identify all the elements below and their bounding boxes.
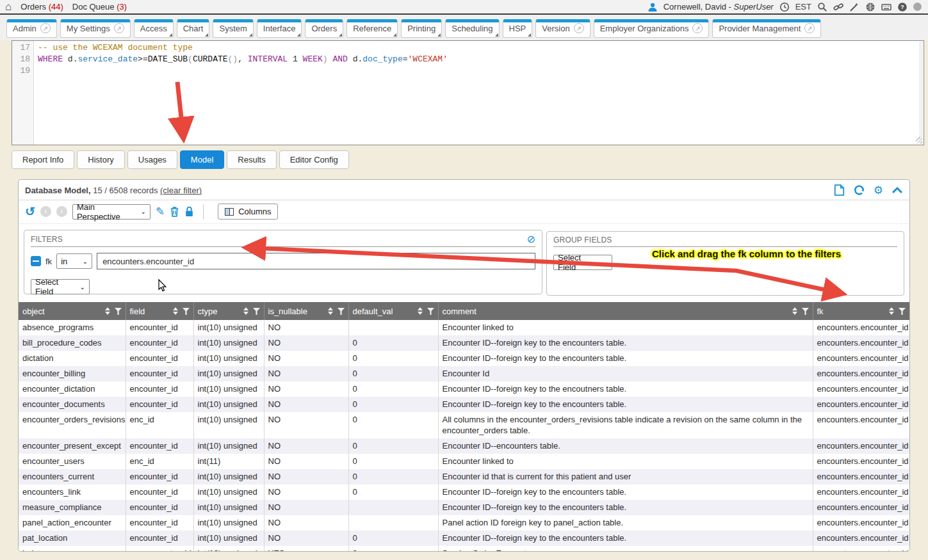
search-icon[interactable] [817, 2, 827, 12]
doc-queue-label: Doc Queue [72, 2, 115, 12]
topbar-link-doc-queue[interactable]: Doc Queue (3) [72, 2, 127, 12]
filter-funnel-icon[interactable] [115, 308, 122, 315]
column-header-ctype[interactable]: ctype [193, 302, 264, 320]
filter-operator-select[interactable]: in⌄ [56, 253, 92, 269]
tab-menu-corner-icon [495, 33, 498, 36]
refresh-icon[interactable] [853, 184, 865, 196]
editor-scrollbar[interactable] [919, 42, 923, 144]
cell-object: measure_compliance [19, 500, 126, 515]
clock-icon[interactable] [779, 2, 790, 12]
tab-editor-config[interactable]: Editor Config [279, 150, 349, 169]
lock-icon[interactable] [184, 206, 194, 217]
prev-perspective-icon[interactable]: ‹ [40, 206, 51, 217]
columns-button[interactable]: Columns [218, 204, 278, 220]
nav-tab-admin[interactable]: Admin ↗ [6, 19, 57, 38]
table-row[interactable]: measure_complianceencounter_idint(10) un… [19, 500, 909, 515]
sql-editor[interactable]: 171819 -- use the WCEXAM document typeWH… [12, 40, 924, 145]
cell-default_val: 0 [348, 484, 438, 500]
column-header-field[interactable]: field [126, 302, 193, 320]
home-icon[interactable]: ⌂ [5, 1, 12, 12]
column-header-fk[interactable]: fk [813, 302, 909, 320]
sort-icon[interactable] [792, 307, 797, 315]
nav-tab-reference[interactable]: Reference [346, 19, 398, 38]
column-header-default_val[interactable]: default_val [348, 302, 438, 320]
tab-usages[interactable]: Usages [127, 150, 177, 169]
table-row[interactable]: absence_programsencounter_idint(10) unsi… [19, 320, 909, 335]
table-row[interactable]: encounter_documentsencounter_idint(10) u… [19, 397, 909, 412]
nav-tab-system[interactable]: System [213, 19, 253, 38]
filter-funnel-icon[interactable] [338, 308, 345, 315]
nav-tab-orders[interactable]: Orders [305, 19, 343, 38]
resize-grip-icon[interactable] [916, 137, 922, 143]
table-row[interactable]: encounter_orders_revisionsenc_idint(10) … [19, 412, 909, 438]
nav-tab-my-settings[interactable]: My Settings ↗ [60, 19, 131, 38]
user-name[interactable]: Cornewell, David - SuperUser [663, 2, 774, 12]
filter-funnel-icon[interactable] [253, 308, 260, 315]
table-row[interactable]: encounter_billingencounter_idint(10) uns… [19, 366, 909, 381]
wand-icon[interactable] [849, 2, 859, 12]
gear-icon[interactable]: ⚙ [874, 185, 883, 196]
filter-funnel-icon[interactable] [802, 308, 809, 315]
tab-model[interactable]: Model [180, 150, 224, 169]
record-count: 15 / 6508 records [93, 186, 158, 195]
nav-tab-scheduling[interactable]: Scheduling [445, 19, 499, 38]
table-row[interactable]: ledgerso_encounter_idint(10) unsignedYES… [19, 546, 909, 552]
filter-funnel-icon[interactable] [899, 308, 906, 315]
nav-tab-hsp[interactable]: HSP [503, 19, 533, 38]
keyboard-icon[interactable] [881, 2, 891, 12]
sort-icon[interactable] [328, 307, 333, 315]
edit-icon[interactable]: ✎ [156, 205, 165, 218]
topbar-link-orders[interactable]: Orders (44) [20, 2, 63, 12]
globe-icon[interactable] [865, 2, 875, 12]
column-header-object[interactable]: object [19, 302, 126, 320]
nav-tab-chart[interactable]: Chart [177, 19, 210, 38]
clear-filter-link[interactable]: (clear filter) [160, 186, 202, 195]
table-row[interactable]: pat_locationencounter_idint(10) unsigned… [19, 531, 909, 546]
group-fields-box: GROUP FIELDS Select Field⌄ [546, 231, 904, 296]
delete-icon[interactable] [170, 206, 179, 217]
help-icon[interactable]: ? [897, 2, 908, 12]
filter-funnel-icon[interactable] [427, 308, 434, 315]
next-perspective-icon[interactable]: › [56, 206, 67, 217]
filter-value-input[interactable]: encounters.encounter_id [97, 253, 535, 269]
perspective-select[interactable]: Main Perspective⌄ [72, 204, 151, 220]
remove-filter-button[interactable] [31, 256, 41, 266]
nav-tab-access[interactable]: Access [134, 19, 174, 38]
nav-tab-employer-organizations[interactable]: Employer Organizations ↗ [594, 19, 710, 38]
group-field-select[interactable]: Select Field⌄ [553, 255, 612, 270]
table-row[interactable]: encounter_usersenc_idint(11)NO0Encounter… [19, 454, 909, 469]
table-row[interactable]: encounters_linkencounter_idint(10) unsig… [19, 484, 909, 500]
column-header-label: field [130, 307, 145, 316]
table-row[interactable]: dictationencounter_idint(10) unsignedNO0… [19, 351, 909, 366]
collapse-icon[interactable] [891, 186, 903, 194]
sort-icon[interactable] [105, 307, 110, 315]
undo-icon[interactable]: ↺ [25, 205, 35, 218]
nav-tab-interface[interactable]: Interface [257, 19, 302, 38]
table-row[interactable]: panel_action_encounterencounter_idint(10… [19, 515, 909, 531]
dropdown-arrow-icon[interactable] [525, 260, 530, 263]
column-header-comment[interactable]: comment [438, 302, 813, 320]
nav-tab-printing[interactable]: Printing [401, 19, 442, 38]
table-row[interactable]: bill_procedure_codesencounter_idint(10) … [19, 335, 909, 351]
sql-code[interactable]: -- use the WCEXAM document typeWHERE d.s… [34, 41, 924, 145]
new-document-icon[interactable] [834, 184, 845, 196]
nav-tab-provider-management[interactable]: Provider Management ↗ [712, 19, 821, 38]
sort-icon[interactable] [243, 307, 248, 315]
cell-ctype: int(10) unsigned [193, 320, 264, 335]
clear-filter-icon[interactable]: ⊘ [527, 234, 535, 244]
column-header-is_nullable[interactable]: is_nullable [264, 302, 348, 320]
sort-icon[interactable] [889, 307, 894, 315]
table-row[interactable]: encounter_present_exceptencounter_idint(… [19, 438, 909, 454]
sort-icon[interactable] [173, 307, 178, 315]
nav-tab-version[interactable]: Version ↗ [535, 19, 590, 38]
tab-results[interactable]: Results [227, 150, 276, 169]
sort-icon[interactable] [418, 307, 423, 315]
table-row[interactable]: encounter_dictationencounter_idint(10) u… [19, 381, 909, 397]
link-icon[interactable] [833, 2, 843, 12]
table-row[interactable]: encounters_currentencounter_idint(10) un… [19, 469, 909, 484]
tab-report-info[interactable]: Report Info [12, 150, 74, 169]
tab-history[interactable]: History [77, 150, 124, 169]
filter-value-text: encounters.encounter_id [102, 257, 194, 266]
filter-funnel-icon[interactable] [183, 308, 190, 315]
add-filter-field-select[interactable]: Select Field⌄ [31, 279, 90, 294]
